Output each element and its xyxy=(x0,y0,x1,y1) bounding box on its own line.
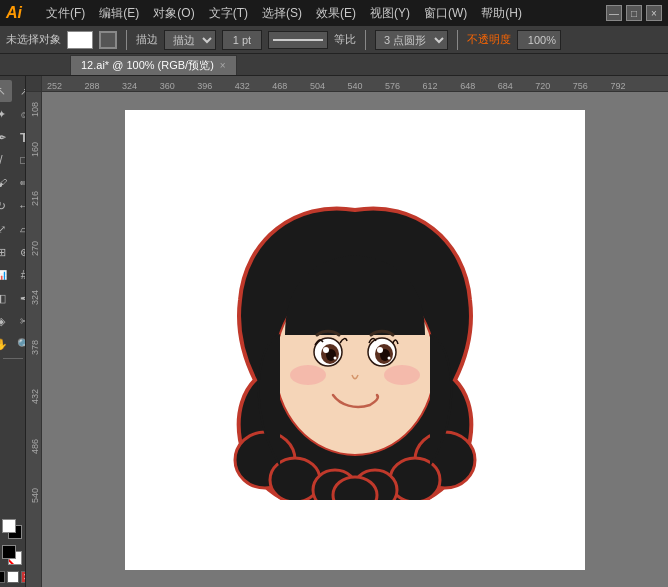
scale-shear-tools: ⤢ ▱ xyxy=(0,218,26,240)
corner-select[interactable]: 3 点圆形 xyxy=(375,30,448,50)
ruler-top: 252 288 324 360 396 432 468 504 540 576 … xyxy=(26,76,668,92)
window-controls: — □ × xyxy=(606,5,662,21)
ruler-h-252: 252 xyxy=(47,81,62,91)
ruler-h-360: 360 xyxy=(160,81,175,91)
ruler-h-756: 756 xyxy=(573,81,588,91)
type-tool[interactable]: T xyxy=(13,126,26,148)
scale-tool[interactable]: ⤢ xyxy=(0,218,12,240)
menu-file[interactable]: 文件(F) xyxy=(40,3,91,24)
blend-tool[interactable]: ◈ xyxy=(0,310,12,332)
canvas-container[interactable] xyxy=(42,92,668,587)
ruler-v-160: 160 xyxy=(30,142,40,157)
reflect-tool[interactable]: ↔ xyxy=(13,195,26,217)
black-swatch[interactable] xyxy=(0,571,5,583)
title-bar: Ai 文件(F) 编辑(E) 对象(O) 文字(T) 选择(S) 效果(E) 视… xyxy=(0,0,668,26)
tab-bar: 12.ai* @ 100% (RGB/预览) × xyxy=(0,54,668,76)
stroke-select[interactable]: 描边 xyxy=(164,30,216,50)
svg-point-17 xyxy=(388,356,391,359)
white-swatch[interactable] xyxy=(7,571,19,583)
fill-swatch[interactable] xyxy=(67,31,93,49)
zoom-tool[interactable]: 🔍 xyxy=(13,333,26,355)
free-transform-tool[interactable]: ⊞ xyxy=(0,241,12,263)
ruler-horizontal: 252 288 324 360 396 432 468 504 540 576 … xyxy=(42,76,668,91)
svg-point-6 xyxy=(333,477,377,500)
stroke-fill-swatches xyxy=(2,545,24,567)
opacity-input[interactable] xyxy=(517,30,561,50)
hand-tool[interactable]: ✋ xyxy=(0,333,12,355)
tab-filename: 12.ai* @ 100% (RGB/预览) xyxy=(81,58,214,73)
line-tool[interactable]: / xyxy=(0,149,12,171)
ruler-h-540: 540 xyxy=(347,81,362,91)
ruler-v-270: 270 xyxy=(30,241,40,256)
column-graph-tool[interactable]: 📊 xyxy=(0,264,12,286)
symbol-spray-tool[interactable]: ⊛ xyxy=(13,241,26,263)
svg-point-15 xyxy=(377,347,383,353)
line-rect-tools: / □ xyxy=(0,149,26,171)
ruler-v-486: 486 xyxy=(30,439,40,454)
graph-mesh-tools: 📊 # xyxy=(0,264,26,286)
ruler-h-576: 576 xyxy=(385,81,400,91)
gradient-eyedrop-tools: ◧ ✒ xyxy=(0,287,26,309)
menu-text[interactable]: 文字(T) xyxy=(203,3,254,24)
ruler-h-648: 648 xyxy=(460,81,475,91)
svg-point-18 xyxy=(290,365,326,385)
eyedropper-tool[interactable]: ✒ xyxy=(13,287,26,309)
menu-effect[interactable]: 效果(E) xyxy=(310,3,362,24)
hand-zoom-tools: ✋ 🔍 xyxy=(0,333,26,355)
rect-tool[interactable]: □ xyxy=(13,149,26,171)
lasso-tool[interactable]: ⌾ xyxy=(13,103,26,125)
menu-window[interactable]: 窗口(W) xyxy=(418,3,473,24)
no-selection-label: 未选择对象 xyxy=(6,32,61,47)
ruler-v-216: 216 xyxy=(30,191,40,206)
character-illustration xyxy=(205,180,505,500)
stroke-swatch[interactable] xyxy=(99,31,117,49)
magic-lasso-tools: ✦ ⌾ xyxy=(0,103,26,125)
tab-close-button[interactable]: × xyxy=(220,60,226,71)
ruler-h-324: 324 xyxy=(122,81,137,91)
select-tool[interactable]: ↖ xyxy=(0,80,12,102)
menu-help[interactable]: 帮助(H) xyxy=(475,3,528,24)
ruler-h-396: 396 xyxy=(197,81,212,91)
rotate-reflect-tools: ↻ ↔ xyxy=(0,195,26,217)
svg-point-19 xyxy=(384,365,420,385)
canvas-with-ruler: 108 160 216 270 324 378 432 486 540 xyxy=(26,92,668,587)
maximize-button[interactable]: □ xyxy=(626,5,642,21)
fg-bg-swatches xyxy=(2,519,24,541)
paintbrush-tool[interactable]: 🖌 xyxy=(0,172,12,194)
ruler-h-612: 612 xyxy=(423,81,438,91)
rotate-tool[interactable]: ↻ xyxy=(0,195,12,217)
mesh-tool[interactable]: # xyxy=(13,264,26,286)
menu-edit[interactable]: 编辑(E) xyxy=(93,3,145,24)
document-tab[interactable]: 12.ai* @ 100% (RGB/预览) × xyxy=(70,55,237,75)
stroke-label: 描边 xyxy=(136,32,158,47)
shear-tool[interactable]: ▱ xyxy=(13,218,26,240)
menu-select[interactable]: 选择(S) xyxy=(256,3,308,24)
ruler-h-504: 504 xyxy=(310,81,325,91)
dash-pattern[interactable] xyxy=(268,31,328,49)
menu-object[interactable]: 对象(O) xyxy=(147,3,200,24)
pen-tool[interactable]: ✒ xyxy=(0,126,12,148)
blend-scissors-tools: ◈ ✂ xyxy=(0,310,26,332)
fg-color-swatch[interactable] xyxy=(2,519,16,533)
ruler-h-792: 792 xyxy=(610,81,625,91)
stroke-width-input[interactable] xyxy=(222,30,262,50)
proportion-label: 等比 xyxy=(334,32,356,47)
opacity-label: 不透明度 xyxy=(467,32,511,47)
pen-type-tools: ✒ T xyxy=(0,126,26,148)
ruler-v-108: 108 xyxy=(30,102,40,117)
direct-select-tool[interactable]: ↗ xyxy=(13,80,26,102)
gradient-tool[interactable]: ◧ xyxy=(0,287,12,309)
close-button[interactable]: × xyxy=(646,5,662,21)
scissors-tool[interactable]: ✂ xyxy=(13,310,26,332)
pencil-tool[interactable]: ✏ xyxy=(13,172,26,194)
separator-1 xyxy=(126,30,127,50)
color-swatches: ✕ xyxy=(0,519,26,587)
ruler-h-288: 288 xyxy=(85,81,100,91)
magic-wand-tool[interactable]: ✦ xyxy=(0,103,12,125)
menu-view[interactable]: 视图(Y) xyxy=(364,3,416,24)
select-tools: ↖ ↗ xyxy=(0,80,26,102)
workspace: ↖ ↗ ✦ ⌾ ✒ T / □ 🖌 ✏ ↻ ↔ ⤢ ▱ ⊞ ⊛ xyxy=(0,76,668,587)
free-symbol-tools: ⊞ ⊛ xyxy=(0,241,26,263)
minimize-button[interactable]: — xyxy=(606,5,622,21)
stroke-color-swatch[interactable] xyxy=(2,545,16,559)
